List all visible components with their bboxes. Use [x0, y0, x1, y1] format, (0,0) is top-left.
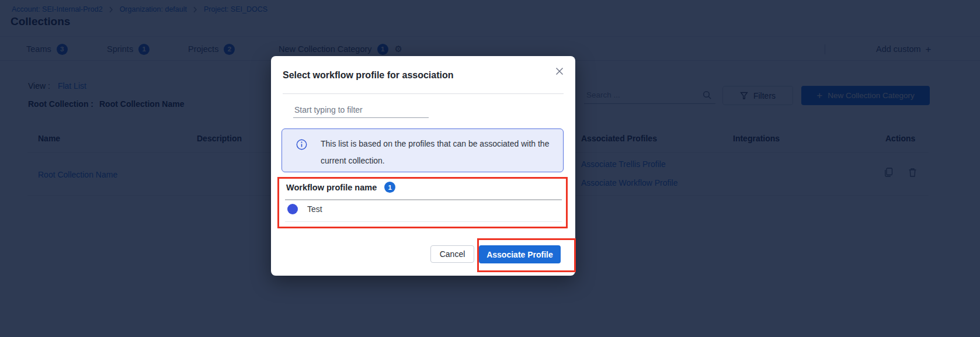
close-icon[interactable] [555, 67, 564, 75]
profile-count-badge: 1 [384, 182, 395, 193]
profile-filter-field [293, 103, 429, 118]
info-icon [296, 139, 307, 150]
info-banner: This list is based on the profiles that … [282, 128, 564, 172]
radio-selected-icon[interactable] [287, 204, 298, 214]
list-header-divider [285, 199, 562, 200]
app-screen: Account: SEI-Internal-Prod2 Organization… [0, 0, 980, 337]
cancel-button[interactable]: Cancel [430, 245, 474, 263]
workflow-profile-list-header: Workflow profile name 1 [286, 182, 395, 193]
profile-row-test[interactable]: Test [287, 204, 322, 214]
select-workflow-profile-dialog: Select workflow profile for association … [271, 56, 575, 276]
list-header-label: Workflow profile name [286, 183, 377, 192]
profile-filter-input[interactable] [293, 103, 429, 117]
profile-row-divider [285, 221, 562, 222]
modal-title-divider [283, 93, 564, 94]
modal-title: Select workflow profile for association [283, 70, 454, 81]
associate-profile-button[interactable]: Associate Profile [479, 245, 561, 263]
info-text: This list is based on the profiles that … [321, 136, 552, 169]
profile-name: Test [307, 204, 322, 214]
